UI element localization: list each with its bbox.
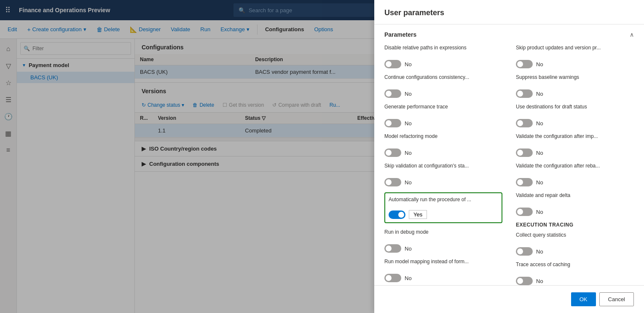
panel-body: Parameters ∧ Disable relative paths in e… xyxy=(374,24,644,285)
toggle-trace-caching[interactable] xyxy=(516,277,533,285)
toggle-use-destinations[interactable] xyxy=(516,119,533,127)
collapse-button[interactable]: ∧ xyxy=(630,31,634,38)
ok-button[interactable]: OK xyxy=(571,292,596,306)
panel-footer: OK Cancel xyxy=(374,285,644,313)
param-validate-repair-delta: Validate and repair delta No xyxy=(516,192,634,216)
param-continue-consistency: Continue configurations consistency... N… xyxy=(384,74,502,98)
params-left-col: Disable relative paths in expressions No… xyxy=(384,45,502,285)
param-suppress-baseline: Suppress baseline warnings No xyxy=(516,74,634,98)
param-skip-validation: Skip validation at configuration's sta..… xyxy=(384,163,502,186)
param-generate-performance: Generate performance trace No xyxy=(384,104,502,127)
params-right-col: Skip product updates and version pr... N… xyxy=(516,45,634,285)
auto-run-value: Yes xyxy=(409,210,427,219)
param-disable-relative-paths: Disable relative paths in expressions No xyxy=(384,45,502,68)
toggle-validate-after-rebase[interactable] xyxy=(516,178,533,186)
param-run-model-mapping: Run model mapping instead of form... No xyxy=(384,259,502,282)
toggle-continue-consistency[interactable] xyxy=(384,89,401,98)
panel-header: User parameters xyxy=(374,0,644,24)
cancel-button[interactable]: Cancel xyxy=(599,292,634,306)
params-section-header: Parameters ∧ xyxy=(384,31,634,38)
toggle-validate-repair[interactable] xyxy=(516,208,533,216)
toggle-collect-query[interactable] xyxy=(516,247,533,256)
toggle-run-model-mapping[interactable] xyxy=(384,274,401,282)
param-validate-after-import: Validate the configuration after imp... … xyxy=(516,133,634,157)
param-use-destinations: Use destinations for draft status No xyxy=(516,104,634,127)
toggle-generate-performance[interactable] xyxy=(384,119,401,127)
toggle-auto-run[interactable] xyxy=(389,210,405,219)
execution-tracing-header: EXECUTION TRACING xyxy=(516,222,634,228)
toggle-suppress-baseline[interactable] xyxy=(516,89,533,98)
user-parameters-panel: User parameters Parameters ∧ Disable rel… xyxy=(374,0,644,313)
param-auto-run-highlighted: Automatically run the procedure of ... Y… xyxy=(384,192,502,223)
params-section-title: Parameters xyxy=(384,31,416,38)
param-skip-product-updates: Skip product updates and version pr... N… xyxy=(516,45,634,68)
param-validate-after-rebase: Validate the configuration after reba...… xyxy=(516,163,634,186)
toggle-skip-product-updates[interactable] xyxy=(516,60,533,68)
param-run-debug: Run in debug mode No xyxy=(384,229,502,253)
toggle-disable-relative[interactable] xyxy=(384,60,401,68)
toggle-validate-after-import[interactable] xyxy=(516,148,533,157)
toggle-model-refactoring[interactable] xyxy=(384,148,401,157)
toggle-run-debug[interactable] xyxy=(384,244,401,253)
toggle-skip-validation[interactable] xyxy=(384,178,401,186)
param-collect-query-stats: Collect query statistics No xyxy=(516,232,634,256)
param-model-refactoring: Model refactoring mode No xyxy=(384,133,502,157)
panel-title: User parameters xyxy=(384,8,444,17)
param-trace-caching: Trace access of caching No xyxy=(516,262,634,285)
params-columns: Disable relative paths in expressions No… xyxy=(384,45,634,285)
